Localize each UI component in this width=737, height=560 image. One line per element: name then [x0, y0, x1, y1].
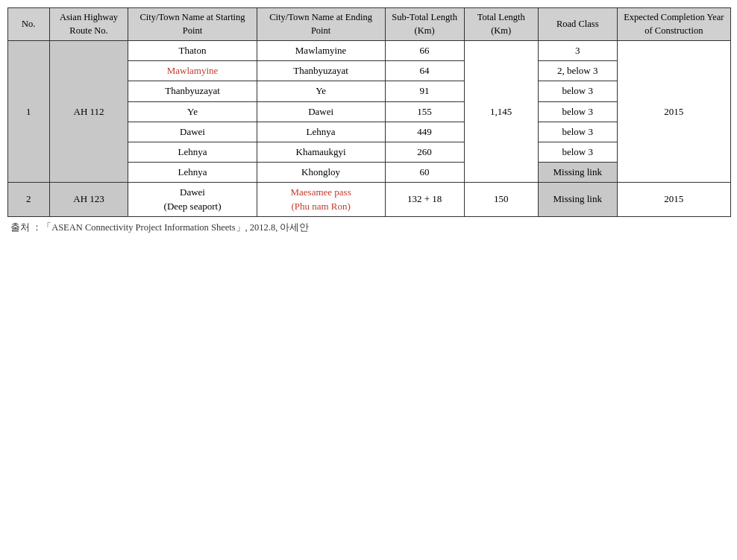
cell-city-start: Lehnya	[128, 142, 257, 162]
header-ah-route: Asian Highway Route No.	[49, 8, 128, 41]
cell-sub-total: 64	[385, 61, 464, 81]
header-city-end: City/Town Name at Ending Point	[257, 8, 385, 41]
cell-road-class: 3	[538, 41, 617, 61]
cell-city-end: Khongloy	[257, 163, 385, 183]
cell-road-class: below 3	[538, 142, 617, 162]
header-sub-total: Sub-Total Length (Km)	[385, 8, 464, 41]
cell-road-class: Missing link	[538, 183, 617, 216]
cell-city-end: Khamaukgyi	[257, 142, 385, 162]
cell-road-class: below 3	[538, 122, 617, 142]
cell-road-class: Missing link	[538, 163, 617, 183]
cell-sub-total: 91	[385, 81, 464, 101]
cell-sub-total: 132 + 18	[385, 183, 464, 216]
cell-city-start: Thanbyuzayat	[128, 81, 257, 101]
cell-ah-route: AH 112	[49, 41, 128, 183]
cell-sub-total: 66	[385, 41, 464, 61]
cell-city-end: Ye	[257, 81, 385, 101]
cell-city-start: Dawei	[128, 122, 257, 142]
cell-city-start: Dawei (Deep seaport)	[128, 183, 257, 216]
cell-city-start: Ye	[128, 101, 257, 122]
header-completion-year: Expected Completion Year of Construction	[617, 8, 730, 41]
cell-no: 2	[8, 183, 50, 216]
cell-road-class: below 3	[538, 101, 617, 122]
cell-road-class: below 3	[538, 81, 617, 101]
table-row: 1AH 112ThatonMawlamyine661,14532015	[8, 41, 731, 61]
cell-sub-total: 449	[385, 122, 464, 142]
cell-city-end: Maesamee pass(Phu nam Ron)	[257, 183, 385, 216]
cell-city-start: Lehnya	[128, 163, 257, 183]
cell-sub-total: 155	[385, 101, 464, 122]
cell-city-end: Thanbyuzayat	[257, 61, 385, 81]
cell-sub-total: 260	[385, 142, 464, 162]
cell-completion-year: 2015	[617, 41, 730, 183]
header-road-class: Road Class	[538, 8, 617, 41]
header-no: No.	[8, 8, 50, 41]
cell-city-start: Thaton	[128, 41, 257, 61]
cell-city-end: Lehnya	[257, 122, 385, 142]
cell-city-end: Mawlamyine	[257, 41, 385, 61]
cell-city-start: Mawlamyine	[128, 61, 257, 81]
cell-ah-route: AH 123	[49, 183, 128, 216]
cell-city-end: Dawei	[257, 101, 385, 122]
table-wrapper: No. Asian Highway Route No. City/Town Na…	[7, 7, 731, 234]
cell-completion-year: 2015	[617, 183, 730, 216]
cell-road-class: 2, below 3	[538, 61, 617, 81]
cell-no: 1	[8, 41, 50, 183]
source-text: 출처 ：「ASEAN Connectivity Project Informat…	[7, 221, 731, 234]
cell-total-length: 150	[464, 183, 538, 216]
header-total-length: Total Length (Km)	[464, 8, 538, 41]
header-city-start: City/Town Name at Starting Point	[128, 8, 257, 41]
cell-total-length: 1,145	[464, 41, 538, 183]
cell-sub-total: 60	[385, 163, 464, 183]
main-table: No. Asian Highway Route No. City/Town Na…	[7, 7, 731, 217]
table-row: 2AH 123Dawei (Deep seaport)Maesamee pass…	[8, 183, 731, 216]
